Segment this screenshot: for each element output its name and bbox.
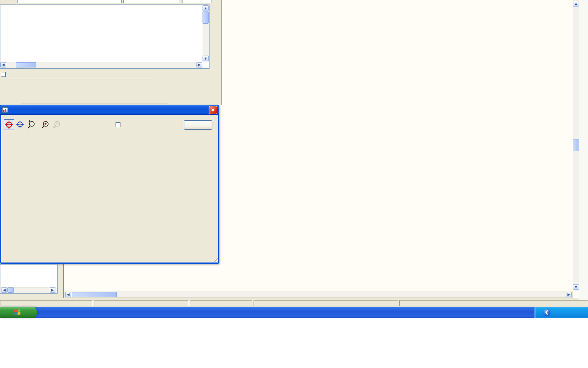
- vertical-profile-window: ✕: [0, 105, 219, 264]
- track-data-window: ▲ ▼ ◀ ▶: [0, 0, 222, 105]
- table-scroll-left-icon[interactable]: ◀: [0, 62, 6, 67]
- status-bar: [0, 300, 588, 307]
- map-vscroll-thumb[interactable]: [573, 139, 579, 151]
- links-group-line: [21, 103, 168, 103]
- links-scroll-right-icon[interactable]: ▶: [50, 287, 55, 293]
- profile-window-icon: [2, 107, 8, 113]
- track-stats-table: [0, 79, 154, 79]
- map-scroll-up-icon[interactable]: ▲: [573, 1, 579, 7]
- start-button[interactable]: [0, 307, 37, 318]
- links-list-window: ◀ ▶: [0, 264, 58, 294]
- table-vertical-scrollbar[interactable]: ▲ ▼: [203, 5, 209, 62]
- zoom-out-icon[interactable]: [52, 119, 62, 130]
- collapse-tray-icon[interactable]: ❮: [543, 309, 550, 316]
- table-hscroll-thumb[interactable]: [16, 62, 36, 67]
- center-map-checkbox[interactable]: [1, 72, 6, 77]
- track-table-header[interactable]: [0, 5, 209, 11]
- status-datum: [94, 300, 189, 306]
- zoom-window-tool[interactable]: [27, 119, 37, 130]
- map-scroll-left-icon[interactable]: ◀: [65, 292, 71, 297]
- show-waypoints-option[interactable]: [116, 122, 122, 127]
- center-map-option[interactable]: [1, 72, 7, 77]
- links-hscroll-thumb[interactable]: [7, 287, 14, 293]
- map-hscroll-trough[interactable]: [65, 292, 573, 298]
- clipped-control: [123, 0, 179, 3]
- close-icon[interactable]: ✕: [209, 106, 217, 114]
- status-empty-1: [190, 300, 252, 306]
- show-waypoints-checkbox[interactable]: [116, 122, 120, 127]
- zoom-in-icon[interactable]: [40, 119, 51, 130]
- system-tray: ❮: [534, 307, 588, 318]
- table-vscroll-thumb[interactable]: [203, 11, 209, 24]
- windows-logo-icon: [14, 309, 21, 316]
- track-pointer-red-tool[interactable]: [4, 119, 14, 130]
- clipped-control: [183, 0, 212, 3]
- table-scroll-right-icon[interactable]: ▶: [196, 62, 202, 67]
- status-empty-2: [254, 300, 398, 306]
- clipped-control: [17, 0, 122, 3]
- table-scroll-up-icon[interactable]: ▲: [203, 5, 209, 11]
- taskbar: ❮: [0, 307, 588, 318]
- status-selection: [0, 300, 93, 306]
- map-hscroll-thumb[interactable]: [72, 292, 117, 297]
- gps-application: ▲ ▼ ◀ ▶ ▲ ▼ ◀ ▶: [0, 0, 588, 307]
- map-scroll-right-icon[interactable]: ▶: [566, 292, 572, 297]
- map-scroll-down-icon[interactable]: ▼: [573, 284, 579, 290]
- profile-titlebar[interactable]: ✕: [0, 105, 219, 115]
- elevation-profile-chart[interactable]: [2, 133, 219, 258]
- resize-grip[interactable]: [212, 257, 218, 262]
- window-right-margin: [579, 0, 588, 300]
- track-point-table[interactable]: ▲ ▼ ◀ ▶: [0, 4, 209, 69]
- table-scroll-down-icon[interactable]: ▼: [203, 56, 209, 61]
- close-button[interactable]: [184, 120, 212, 130]
- table-horizontal-scrollbar[interactable]: ◀ ▶: [0, 62, 203, 68]
- links-scroll-left-icon[interactable]: ◀: [2, 287, 7, 293]
- track-pointer-blue-tool[interactable]: [15, 119, 26, 130]
- status-empty-3: [399, 300, 588, 306]
